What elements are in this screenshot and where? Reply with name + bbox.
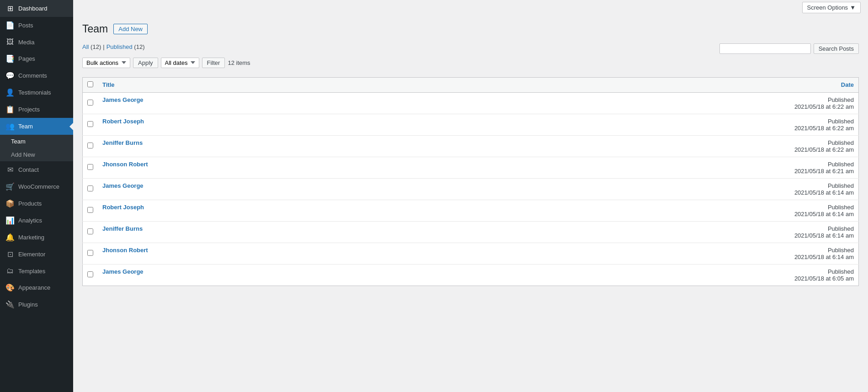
plugins-icon: 🔌: [5, 300, 15, 309]
sidebar-item-media[interactable]: 🖼 Media: [0, 34, 73, 50]
pages-icon: 📑: [5, 54, 15, 63]
sidebar-item-marketing[interactable]: 🔔 Marketing: [0, 229, 73, 246]
sidebar-item-products[interactable]: 📦 Products: [0, 195, 73, 212]
row-title-cell: James George: [98, 178, 767, 200]
sidebar-item-contact[interactable]: ✉ Contact: [0, 161, 73, 178]
row-title-link[interactable]: James George: [102, 96, 144, 103]
sidebar-item-pages[interactable]: 📑 Pages: [0, 50, 73, 67]
add-new-button[interactable]: Add New: [113, 24, 148, 34]
sort-date-link[interactable]: Date: [841, 81, 854, 88]
apply-button[interactable]: Apply: [133, 58, 158, 68]
submenu-add-label: Add New: [11, 151, 35, 158]
row-status: Published: [828, 161, 854, 168]
filter-published-link[interactable]: Published (12): [107, 43, 145, 50]
row-checkbox-cell: [83, 178, 98, 200]
row-date-cell: Published 2021/05/18 at 6:14 am: [767, 178, 859, 200]
sidebar-item-label: Plugins: [18, 301, 38, 308]
sidebar-item-comments[interactable]: 💬 Comments: [0, 67, 73, 84]
sort-title-link[interactable]: Title: [102, 81, 115, 88]
row-checkbox[interactable]: [87, 207, 93, 213]
bulk-actions-select[interactable]: Bulk actions: [82, 58, 130, 68]
row-title-link[interactable]: Jeniffer Burns: [102, 225, 143, 232]
row-checkbox-cell: [83, 200, 98, 221]
row-checkbox[interactable]: [87, 164, 93, 170]
filter-button[interactable]: Filter: [202, 58, 225, 68]
sidebar-item-label: Team: [18, 123, 33, 130]
row-status: Published: [828, 182, 854, 189]
sidebar-item-posts[interactable]: 📄 Posts: [0, 17, 73, 34]
sidebar-item-appearance[interactable]: 🎨 Appearance: [0, 279, 73, 296]
filter-links: All (12) | Published (12): [82, 43, 250, 50]
row-status: Published: [828, 139, 854, 146]
row-checkbox[interactable]: [87, 100, 93, 106]
sidebar-item-label: Projects: [18, 106, 40, 113]
dates-select[interactable]: All dates: [161, 58, 199, 68]
comments-icon: 💬: [5, 71, 15, 80]
row-title-cell: Jhonson Robert: [98, 157, 767, 178]
sidebar-active-arrow: [69, 123, 73, 130]
team-submenu: Team Add New: [0, 135, 73, 161]
team-icon: 👥: [5, 122, 15, 131]
sidebar-item-dashboard[interactable]: ⊞ Dashboard: [0, 0, 73, 17]
products-icon: 📦: [5, 199, 15, 208]
row-title-link[interactable]: Robert Joseph: [102, 118, 144, 125]
row-date-cell: Published 2021/05/18 at 6:14 am: [767, 200, 859, 221]
sidebar-item-woocommerce[interactable]: 🛒 WooCommerce: [0, 178, 73, 195]
sidebar-item-testimonials[interactable]: 👤 Testimonials: [0, 84, 73, 101]
filter-all-link[interactable]: All (12): [82, 43, 101, 50]
row-title-cell: James George: [98, 264, 767, 286]
row-date-cell: Published 2021/05/18 at 6:22 am: [767, 135, 859, 157]
row-date: 2021/05/18 at 6:22 am: [794, 103, 854, 110]
table-row: Robert Joseph Published 2021/05/18 at 6:…: [83, 114, 859, 135]
posts-icon: 📄: [5, 21, 15, 30]
sidebar-item-analytics[interactable]: 📊 Analytics: [0, 212, 73, 229]
table-row: James George Published 2021/05/18 at 6:2…: [83, 92, 859, 114]
row-title-link[interactable]: James George: [102, 268, 144, 275]
row-checkbox-cell: [83, 221, 98, 243]
screen-options-arrow-icon: ▼: [850, 4, 856, 11]
search-posts-button[interactable]: Search Posts: [814, 43, 859, 54]
sidebar-submenu-team-add[interactable]: Add New: [0, 148, 73, 161]
sidebar-item-plugins[interactable]: 🔌 Plugins: [0, 296, 73, 313]
row-checkbox-cell: [83, 114, 98, 135]
sidebar-submenu-team-all[interactable]: Team: [0, 135, 73, 148]
row-title-cell: Jeniffer Burns: [98, 135, 767, 157]
select-all-checkbox[interactable]: [87, 81, 93, 87]
search-box: Search Posts: [719, 43, 859, 54]
row-checkbox[interactable]: [87, 228, 93, 234]
top-controls-left: All (12) | Published (12) Bulk actions A…: [82, 43, 250, 73]
row-checkbox[interactable]: [87, 121, 93, 127]
sidebar-item-label: Marketing: [18, 234, 44, 241]
tablenav: Bulk actions Apply All dates Filter 12 i…: [82, 58, 250, 68]
row-title-link[interactable]: Jhonson Robert: [102, 161, 148, 168]
row-title-link[interactable]: James George: [102, 182, 144, 189]
table-row: Jeniffer Burns Published 2021/05/18 at 6…: [83, 221, 859, 243]
row-checkbox[interactable]: [87, 185, 93, 191]
sidebar-item-label: Elementor: [18, 251, 45, 258]
row-title-link[interactable]: Jeniffer Burns: [102, 139, 143, 146]
row-status: Published: [828, 247, 854, 254]
screen-options-button[interactable]: Screen Options ▼: [802, 2, 861, 13]
elementor-icon: ⊡: [5, 250, 15, 259]
row-date-cell: Published 2021/05/18 at 6:21 am: [767, 157, 859, 178]
sidebar-item-projects[interactable]: 📋 Projects: [0, 101, 73, 118]
row-title-link[interactable]: Robert Joseph: [102, 204, 144, 211]
row-checkbox-cell: [83, 243, 98, 264]
sidebar-item-team[interactable]: 👥 Team: [0, 118, 73, 135]
search-input[interactable]: [719, 43, 811, 54]
sidebar-item-templates[interactable]: 🗂 Templates: [0, 263, 73, 279]
row-checkbox-cell: [83, 157, 98, 178]
row-title-link[interactable]: Jhonson Robert: [102, 247, 148, 254]
row-checkbox[interactable]: [87, 250, 93, 256]
sidebar-item-label: Contact: [18, 166, 39, 173]
sidebar-item-label: Media: [18, 39, 34, 46]
row-date: 2021/05/18 at 6:21 am: [794, 168, 854, 175]
row-title-cell: Jhonson Robert: [98, 243, 767, 264]
top-controls: All (12) | Published (12) Bulk actions A…: [82, 43, 859, 73]
topbar: Screen Options ▼: [73, 0, 868, 15]
sidebar-item-elementor[interactable]: ⊡ Elementor: [0, 246, 73, 263]
row-checkbox[interactable]: [87, 271, 93, 277]
marketing-icon: 🔔: [5, 233, 15, 242]
row-checkbox[interactable]: [87, 143, 93, 148]
dashboard-icon: ⊞: [5, 4, 15, 13]
